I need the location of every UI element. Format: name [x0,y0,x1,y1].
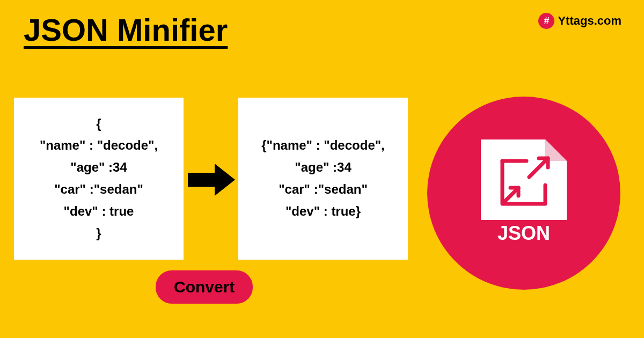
hash-icon: # [538,13,554,29]
input-line: } [96,223,101,245]
output-line: "age" :34 [295,157,351,179]
input-line: "age" :34 [70,157,127,179]
output-line: "car" :"sedan" [279,179,368,201]
input-line: { [96,113,101,135]
brand-badge: # Yttags.com [538,13,621,29]
svg-marker-0 [188,164,235,196]
input-line: "name" : "decode", [40,135,158,157]
arrow-right-icon [188,161,236,199]
json-file-badge: JSON [427,97,620,290]
input-line: "car" :"sedan" [54,179,143,201]
convert-button[interactable]: Convert [156,270,253,304]
output-json-panel: {"name" : "decode", "age" :34 "car" :"se… [238,98,408,260]
output-line: "dev" : true} [286,201,361,223]
brand-text: Yttags.com [558,14,621,28]
input-json-panel: { "name" : "decode", "age" :34 "car" :"s… [14,98,184,260]
input-line: "dev" : true [64,201,134,223]
json-file-icon: JSON [475,134,572,252]
output-line: {"name" : "decode", [261,135,385,157]
page-title: JSON Minifier [24,12,228,48]
json-label: JSON [497,222,550,244]
